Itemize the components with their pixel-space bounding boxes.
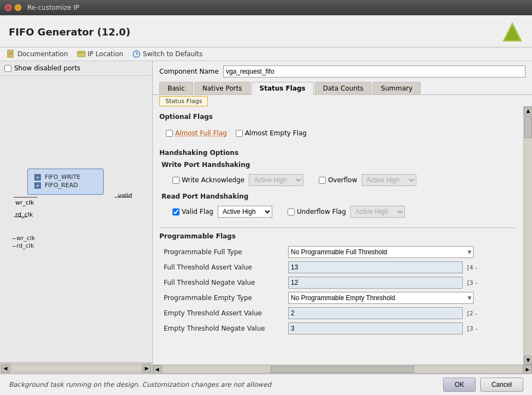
hscroll-track <box>162 366 523 373</box>
programmable-flags-section: Programmable Flags Programmable Full Typ… <box>159 232 517 336</box>
rd-clk-label: rd_clk <box>15 211 33 218</box>
underflow-dropdown[interactable]: Active High Active Low <box>350 206 405 218</box>
panel-scroll-wrapper: Optional Flags Almost Full Flag Almost E… <box>153 106 532 364</box>
optional-flags-title: Optional Flags <box>159 113 517 121</box>
write-acknowledge-dropdown[interactable]: Active High Active Low <box>249 174 303 186</box>
tab-summary[interactable]: Summary <box>373 82 421 94</box>
wr-clk-wire-label: wr_clk <box>16 235 35 242</box>
title-bar: × – Re-customize IP <box>0 0 532 15</box>
tab-basic[interactable]: Basic <box>159 82 193 94</box>
toolbar: Documentation IP Location Switch to Defa… <box>0 47 532 61</box>
write-acknowledge-row: Write Acknowledge Active High Active Low… <box>159 172 517 188</box>
almost-empty-flag-label[interactable]: Almost Empty Flag <box>236 129 307 137</box>
programmable-flags-title: Programmable Flags <box>159 232 517 240</box>
overflow-checkbox[interactable] <box>319 177 326 184</box>
left-scroll-track <box>11 364 141 372</box>
app-logo <box>501 21 523 43</box>
full-assert-label: Full Threshold Assert Value <box>164 264 284 271</box>
write-acknowledge-checkbox[interactable] <box>172 177 180 184</box>
right-panel-scrollbar[interactable]: ▲ ▼ <box>523 106 532 364</box>
ip-location-button[interactable]: IP Location <box>77 50 123 58</box>
window-controls: × – <box>4 4 22 11</box>
fifo-write-label: FIFO_WRITE <box>45 173 81 181</box>
left-panel-scrollbar[interactable]: ◀ ▶ <box>0 362 152 373</box>
wr-clk-label: wr_clk <box>15 199 34 206</box>
prog-empty-type-dropdown-wrapper: No Programmable Empty Threshold Single T… <box>288 292 474 304</box>
vscroll-down-arrow[interactable]: ▼ <box>524 356 532 364</box>
component-name-label: Component Name <box>159 68 219 75</box>
underflow-flag-label[interactable]: Underflow Flag <box>288 208 346 216</box>
switch-defaults-label: Switch to Defaults <box>143 50 202 58</box>
underflow-flag-text: Underflow Flag <box>297 208 346 216</box>
optional-flags-section: Optional Flags Almost Full Flag Almost E… <box>159 113 517 141</box>
empty-negate-input[interactable] <box>288 322 463 334</box>
optional-flags-checkboxes: Almost Full Flag Almost Empty Flag <box>159 125 517 141</box>
left-scroll-left-arrow[interactable]: ◀ <box>1 364 10 373</box>
hscroll-left-arrow[interactable]: ◀ <box>153 365 162 374</box>
vscroll-up-arrow[interactable]: ▲ <box>524 106 532 115</box>
full-assert-input[interactable] <box>288 261 463 273</box>
subtab-label: Status Flags <box>159 96 208 106</box>
empty-assert-input[interactable] <box>288 307 463 319</box>
component-name-input[interactable] <box>223 65 525 77</box>
panel-inner: Optional Flags Almost Full Flag Almost E… <box>153 106 523 364</box>
almost-full-flag-label[interactable]: Almost Full Flag <box>166 129 227 137</box>
valid-flag-label[interactable]: Valid Flag <box>172 208 213 216</box>
footer-buttons: OK Cancel <box>443 378 523 392</box>
valid-flag-dropdown[interactable]: Active High Active Low <box>218 206 272 218</box>
prog-full-type-label: Programmable Full Type <box>164 248 284 256</box>
vscroll-thumb[interactable] <box>524 116 532 138</box>
almost-empty-flag-checkbox[interactable] <box>236 130 243 137</box>
full-negate-input[interactable] <box>288 277 463 289</box>
ok-button[interactable]: OK <box>443 378 475 392</box>
bottom-scrollbar[interactable]: ◀ ▶ <box>153 364 532 373</box>
show-disabled-ports-label[interactable]: Show disabled ports <box>4 64 80 72</box>
divider <box>159 228 517 228</box>
vscroll-track[interactable] <box>524 115 532 356</box>
minimize-window-button[interactable]: – <box>14 4 22 11</box>
show-disabled-ports-text: Show disabled ports <box>14 64 80 72</box>
show-disabled-ports-checkbox[interactable] <box>4 65 11 72</box>
write-acknowledge-label[interactable]: Write Acknowledge <box>172 176 244 184</box>
ip-location-icon <box>77 50 86 58</box>
svg-rect-6 <box>77 51 85 57</box>
tab-native-ports[interactable]: Native Ports <box>194 82 250 94</box>
almost-full-flag-checkbox[interactable] <box>166 130 173 137</box>
footer: Background task running on the design. C… <box>0 373 532 395</box>
full-negate-row: Full Threshold Negate Value [3 - <box>159 275 517 290</box>
subtab-row: Status Flags <box>153 95 532 106</box>
hscroll-right-arrow[interactable]: ▶ <box>523 365 532 374</box>
hscroll-thumb[interactable] <box>271 366 415 373</box>
valid-flag-text: Valid Flag <box>182 208 213 216</box>
valid-flag-checkbox[interactable] <box>172 208 180 216</box>
left-scroll-right-arrow[interactable]: ▶ <box>142 364 151 373</box>
tab-data-counts[interactable]: Data Counts <box>315 82 372 94</box>
full-negate-label: Full Threshold Negate Value <box>164 279 284 286</box>
prog-empty-type-row: Programmable Empty Type No Programmable … <box>159 290 517 306</box>
prog-full-type-dropdown-wrapper: No Programmable Full Threshold Single Th… <box>288 246 474 258</box>
app-header: FIFO Generator (12.0) <box>0 15 532 47</box>
prog-full-type-dropdown[interactable]: No Programmable Full Threshold Single Th… <box>288 246 474 258</box>
overflow-dropdown[interactable]: Active High Active Low <box>362 174 416 186</box>
underflow-flag-checkbox[interactable] <box>288 208 295 216</box>
app-title: FIFO Generator (12.0) <box>9 26 130 38</box>
main-window: FIFO Generator (12.0) Documentation IP L… <box>0 15 532 395</box>
close-window-button[interactable]: × <box>4 4 12 11</box>
documentation-button[interactable]: Documentation <box>7 50 68 58</box>
empty-negate-row: Empty Threshold Negate Value [3 - <box>159 321 517 336</box>
switch-defaults-icon <box>132 50 141 58</box>
almost-empty-flag-text: Almost Empty Flag <box>245 129 307 137</box>
footer-status-text: Background task running on the design. C… <box>9 381 271 388</box>
overflow-label[interactable]: Overflow <box>319 176 357 184</box>
switch-defaults-button[interactable]: Switch to Defaults <box>132 50 202 58</box>
prog-empty-type-dropdown[interactable]: No Programmable Empty Threshold Single T… <box>288 292 474 304</box>
tabs-bar: Basic Native Ports Status Flags Data Cou… <box>153 82 532 95</box>
empty-assert-row: Empty Threshold Assert Value [2 - <box>159 306 517 321</box>
cancel-button[interactable]: Cancel <box>480 378 523 392</box>
window-title: Re-customize IP <box>27 4 79 11</box>
rd-clk-wire-label: rd_clk <box>16 242 34 249</box>
prog-full-type-row: Programmable Full Type No Programmable F… <box>159 244 517 260</box>
documentation-label: Documentation <box>17 50 68 58</box>
empty-negate-range: [3 - <box>467 325 477 332</box>
tab-status-flags[interactable]: Status Flags <box>252 82 314 95</box>
